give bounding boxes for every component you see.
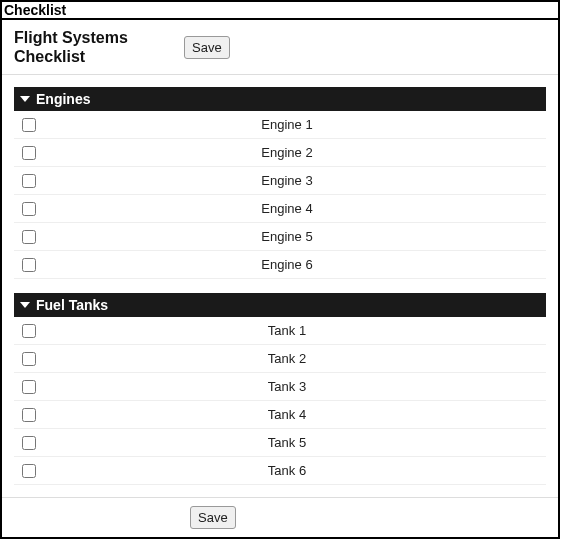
list-item: Engine 5 (14, 223, 546, 251)
save-button-bottom[interactable]: Save (190, 506, 236, 529)
list-item: Engine 1 (14, 111, 546, 139)
section-rows-fuel-tanks: Tank 1 Tank 2 Tank 3 Tank 4 Tank 5 (14, 317, 546, 485)
section-engines: Engines Engine 1 Engine 2 Engine 3 Engi (14, 87, 546, 279)
content-area: Engines Engine 1 Engine 2 Engine 3 Engi (2, 75, 558, 497)
page-title: Flight Systems Checklist (14, 28, 184, 66)
row-label: Engine 6 (36, 257, 538, 272)
row-label: Tank 3 (36, 379, 538, 394)
list-item: Tank 2 (14, 345, 546, 373)
checkbox-tank-6[interactable] (22, 464, 36, 478)
list-item: Engine 2 (14, 139, 546, 167)
checkbox-engine-4[interactable] (22, 202, 36, 216)
section-rows-engines: Engine 1 Engine 2 Engine 3 Engine 4 Engi… (14, 111, 546, 279)
checkbox-engine-5[interactable] (22, 230, 36, 244)
header-bar: Flight Systems Checklist Save (2, 20, 558, 75)
list-item: Tank 1 (14, 317, 546, 345)
checkbox-tank-2[interactable] (22, 352, 36, 366)
row-label: Tank 5 (36, 435, 538, 450)
row-label: Engine 5 (36, 229, 538, 244)
list-item: Tank 3 (14, 373, 546, 401)
row-label: Tank 1 (36, 323, 538, 338)
section-fuel-tanks: Fuel Tanks Tank 1 Tank 2 Tank 3 Tank 4 (14, 293, 546, 485)
row-label: Tank 2 (36, 351, 538, 366)
checkbox-engine-6[interactable] (22, 258, 36, 272)
list-item: Tank 4 (14, 401, 546, 429)
section-title: Engines (36, 91, 90, 107)
row-label: Tank 6 (36, 463, 538, 478)
row-label: Engine 2 (36, 145, 538, 160)
row-label: Engine 3 (36, 173, 538, 188)
list-item: Engine 3 (14, 167, 546, 195)
checklist-window: Checklist Flight Systems Checklist Save … (0, 0, 560, 539)
checkbox-tank-1[interactable] (22, 324, 36, 338)
row-label: Engine 1 (36, 117, 538, 132)
section-header-fuel-tanks[interactable]: Fuel Tanks (14, 293, 546, 317)
list-item: Tank 5 (14, 429, 546, 457)
checkbox-tank-4[interactable] (22, 408, 36, 422)
row-label: Tank 4 (36, 407, 538, 422)
caret-down-icon (20, 302, 30, 308)
checkbox-tank-5[interactable] (22, 436, 36, 450)
save-button-top[interactable]: Save (184, 36, 230, 59)
footer-bar: Save (2, 497, 558, 537)
section-title: Fuel Tanks (36, 297, 108, 313)
checkbox-tank-3[interactable] (22, 380, 36, 394)
list-item: Tank 6 (14, 457, 546, 485)
checkbox-engine-1[interactable] (22, 118, 36, 132)
checkbox-engine-2[interactable] (22, 146, 36, 160)
section-header-engines[interactable]: Engines (14, 87, 546, 111)
row-label: Engine 4 (36, 201, 538, 216)
list-item: Engine 6 (14, 251, 546, 279)
list-item: Engine 4 (14, 195, 546, 223)
window-title: Checklist (2, 2, 558, 20)
caret-down-icon (20, 96, 30, 102)
checkbox-engine-3[interactable] (22, 174, 36, 188)
